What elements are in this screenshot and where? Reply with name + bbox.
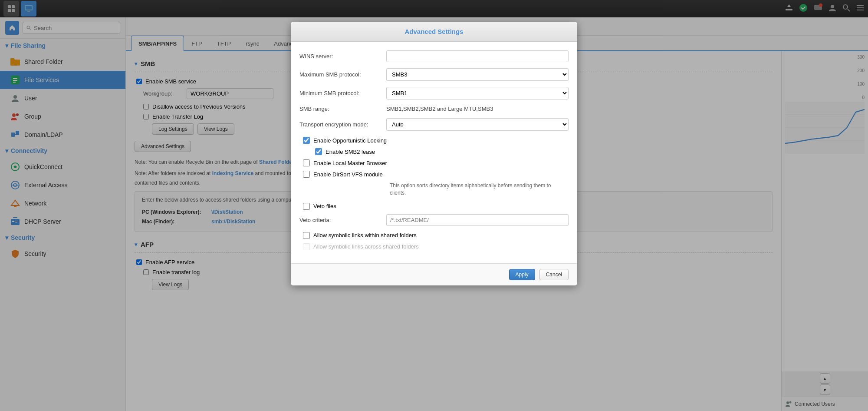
veto-files-label[interactable]: Veto files bbox=[313, 203, 336, 209]
opportunistic-checkbox[interactable] bbox=[303, 137, 310, 144]
veto-criteria-input[interactable] bbox=[386, 214, 569, 226]
symlinks-across-row: Allow symbolic links across shared folde… bbox=[299, 243, 569, 250]
max-smb-label: Maximum SMB protocol: bbox=[299, 71, 386, 78]
smb2-lease-label[interactable]: Enable SMB2 lease bbox=[326, 149, 375, 155]
symlinks-across-checkbox[interactable] bbox=[303, 243, 310, 250]
min-smb-row: Minimum SMB protocol: SMB1 SMB2 SMB3 bbox=[299, 87, 569, 99]
symlinks-across-label: Allow symbolic links across shared folde… bbox=[313, 243, 419, 250]
min-smb-select[interactable]: SMB1 SMB2 SMB3 bbox=[386, 87, 569, 99]
modal-cancel-button[interactable]: Cancel bbox=[539, 269, 569, 280]
veto-files-row: Veto files bbox=[299, 203, 569, 210]
advanced-settings-modal: Advanced Settings WINS server: Maximum S… bbox=[291, 22, 577, 285]
local-master-label[interactable]: Enable Local Master Browser bbox=[313, 160, 387, 166]
min-smb-label: Minimum SMB protocol: bbox=[299, 90, 386, 96]
veto-files-checkbox[interactable] bbox=[303, 203, 310, 210]
smb2-lease-row: Enable SMB2 lease bbox=[299, 148, 569, 155]
modal-body: WINS server: Maximum SMB protocol: SMB1 … bbox=[291, 42, 577, 263]
symlinks-within-label[interactable]: Allow symbolic links within shared folde… bbox=[313, 232, 417, 239]
modal-header: Advanced Settings bbox=[291, 22, 577, 42]
wins-server-row: WINS server: bbox=[299, 50, 569, 62]
dirsort-row: Enable DirSort VFS module bbox=[299, 171, 569, 178]
local-master-checkbox[interactable] bbox=[303, 159, 310, 166]
transport-enc-label: Transport encryption mode: bbox=[299, 121, 386, 128]
smb-range-row: SMB range: SMB1,SMB2,SMB2 and Large MTU,… bbox=[299, 106, 569, 112]
dirsort-checkbox[interactable] bbox=[303, 171, 310, 178]
smb2-lease-checkbox[interactable] bbox=[315, 148, 322, 155]
local-master-row: Enable Local Master Browser bbox=[299, 159, 569, 166]
dirsort-label[interactable]: Enable DirSort VFS module bbox=[313, 171, 383, 178]
wins-server-label: WINS server: bbox=[299, 53, 386, 60]
modal-apply-button[interactable]: Apply bbox=[509, 269, 535, 280]
transport-enc-row: Transport encryption mode: Auto Disabled… bbox=[299, 118, 569, 131]
veto-criteria-label: Veto criteria: bbox=[299, 217, 386, 223]
veto-criteria-row: Veto criteria: bbox=[299, 214, 569, 226]
smb-range-value: SMB1,SMB2,SMB2 and Large MTU,SMB3 bbox=[386, 106, 569, 112]
wins-server-input[interactable] bbox=[386, 50, 569, 62]
modal-title: Advanced Settings bbox=[404, 28, 463, 35]
symlinks-within-checkbox[interactable] bbox=[303, 232, 310, 239]
max-smb-select[interactable]: SMB1 SMB2 SMB3 bbox=[386, 68, 569, 81]
modal-overlay[interactable]: Advanced Settings WINS server: Maximum S… bbox=[0, 0, 868, 411]
opportunistic-row: Enable Opportunistic Locking bbox=[299, 137, 569, 144]
dirsort-desc: This option sorts directory items alphab… bbox=[390, 182, 569, 197]
modal-footer: Apply Cancel bbox=[291, 263, 577, 285]
max-smb-row: Maximum SMB protocol: SMB1 SMB2 SMB3 bbox=[299, 68, 569, 81]
smb-range-label: SMB range: bbox=[299, 106, 386, 112]
transport-enc-select[interactable]: Auto Disabled If client agrees Required bbox=[386, 118, 569, 131]
opportunistic-label[interactable]: Enable Opportunistic Locking bbox=[313, 137, 387, 144]
symlinks-within-row: Allow symbolic links within shared folde… bbox=[299, 232, 569, 239]
